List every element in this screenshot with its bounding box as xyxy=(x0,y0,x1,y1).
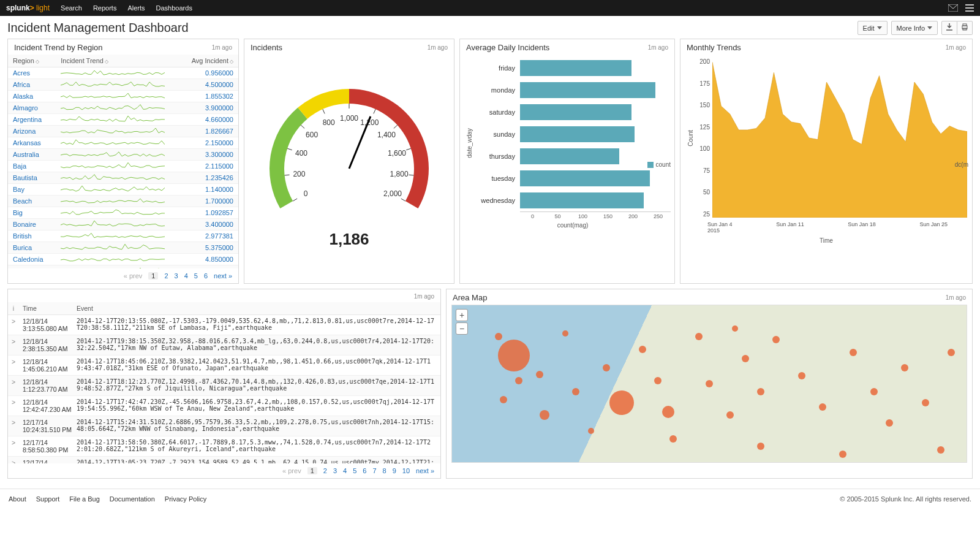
map-marker[interactable] xyxy=(819,403,826,411)
col-time[interactable]: Time xyxy=(19,302,73,315)
table-row[interactable]: > 12/17/14 10:24:31.510 PM 2014-12-17T15… xyxy=(8,416,440,436)
region-link[interactable]: Almagro xyxy=(13,104,38,112)
footer-link[interactable]: File a Bug xyxy=(69,495,100,503)
map-marker[interactable] xyxy=(662,406,674,418)
col-avg[interactable]: Avg Incident◇ xyxy=(181,55,238,67)
menu-icon[interactable] xyxy=(965,4,974,12)
map-marker[interactable] xyxy=(732,325,738,332)
expand-row[interactable]: > xyxy=(8,416,19,436)
table-row[interactable]: > 12/18/14 3:13:55.080 AM 2014-12-17T20:… xyxy=(8,315,440,335)
map-marker[interactable] xyxy=(498,340,530,371)
map-zoom-out[interactable]: − xyxy=(456,322,468,335)
col-region[interactable]: Region◇ xyxy=(8,55,56,67)
map-marker[interactable] xyxy=(654,377,662,384)
pager-page[interactable]: 10 xyxy=(402,467,410,474)
col-trend[interactable]: Incident Trend◇ xyxy=(56,55,181,67)
region-link[interactable]: Acres xyxy=(13,69,30,77)
table-row[interactable]: Arizona 1.826667 xyxy=(8,126,238,137)
footer-link[interactable]: Documentation xyxy=(110,495,155,503)
map-marker[interactable] xyxy=(922,399,929,406)
export-button[interactable] xyxy=(941,21,957,35)
region-link[interactable]: Bautista xyxy=(13,174,37,181)
table-row[interactable]: > 12/17/14 8:58:50.380 PM 2014-12-17T13:… xyxy=(8,436,440,457)
print-button[interactable] xyxy=(957,21,973,35)
expand-row[interactable]: > xyxy=(8,315,19,335)
map-marker[interactable] xyxy=(639,346,646,353)
table-row[interactable]: Big 1.092857 xyxy=(8,207,238,219)
pager-page[interactable]: 7 xyxy=(372,467,376,474)
region-link[interactable]: Beach xyxy=(13,197,32,205)
map-marker[interactable] xyxy=(870,388,878,395)
table-row[interactable]: Bautista 1.235426 xyxy=(8,172,238,184)
map-marker[interactable] xyxy=(798,372,805,379)
region-link[interactable]: Big xyxy=(13,209,23,216)
pager-page[interactable]: 1 xyxy=(307,467,317,474)
map-marker[interactable] xyxy=(695,333,703,340)
region-link[interactable]: Australia xyxy=(13,151,39,158)
map-marker[interactable] xyxy=(757,443,764,450)
map-marker[interactable] xyxy=(948,349,955,356)
table-row[interactable]: Arkansas 2.150000 xyxy=(8,137,238,149)
map-marker[interactable] xyxy=(669,435,677,443)
map-marker[interactable] xyxy=(901,364,908,371)
table-row[interactable]: Australia 3.300000 xyxy=(8,149,238,161)
pager-page[interactable]: 9 xyxy=(393,467,396,474)
table-row[interactable]: Burica 5.375000 xyxy=(8,242,238,254)
edit-button[interactable]: Edit xyxy=(858,21,888,35)
map-marker[interactable] xyxy=(886,419,893,427)
map-marker[interactable] xyxy=(937,446,944,454)
nav-reports[interactable]: Reports xyxy=(93,4,117,12)
region-link[interactable]: Africa xyxy=(13,81,30,88)
pager-next[interactable]: next » xyxy=(416,467,434,474)
map-marker[interactable] xyxy=(536,371,543,378)
expand-row[interactable]: > xyxy=(8,356,19,376)
more-info-button[interactable]: More Info xyxy=(891,21,938,35)
table-row[interactable]: Baja 2.115000 xyxy=(8,161,238,172)
nav-search[interactable]: Search xyxy=(61,4,82,12)
table-row[interactable]: Alaska 1.855302 xyxy=(8,91,238,102)
col-event[interactable]: Event xyxy=(73,302,440,315)
pager-page[interactable]: 3 xyxy=(175,272,178,280)
map-marker[interactable] xyxy=(850,349,857,356)
pager-prev[interactable]: « prev xyxy=(124,272,143,280)
nav-dashboards[interactable]: Dashboards xyxy=(156,4,192,12)
footer-link[interactable]: Privacy Policy xyxy=(165,495,206,503)
table-row[interactable]: Almagro 3.900000 xyxy=(8,102,238,114)
pager-prev[interactable]: « prev xyxy=(282,467,301,474)
map-marker[interactable] xyxy=(588,428,594,434)
table-row[interactable]: Bonaire 3.400000 xyxy=(8,219,238,230)
map-marker[interactable] xyxy=(500,396,507,403)
map-marker[interactable] xyxy=(772,336,780,343)
table-row[interactable]: Africa 4.500000 xyxy=(8,79,238,91)
region-link[interactable]: Bonaire xyxy=(13,221,36,228)
map-marker[interactable] xyxy=(742,355,749,362)
map-marker[interactable] xyxy=(603,364,610,371)
map-marker[interactable] xyxy=(495,333,502,340)
region-link[interactable]: Argentina xyxy=(13,116,42,123)
pager-page[interactable]: 5 xyxy=(353,467,356,474)
map-marker[interactable] xyxy=(515,377,522,384)
region-link[interactable]: Arkansas xyxy=(13,139,41,147)
pager-page[interactable]: 5 xyxy=(194,272,198,280)
table-row[interactable]: Acres 0.956000 xyxy=(8,67,238,79)
map-marker[interactable] xyxy=(572,388,579,395)
map-marker[interactable] xyxy=(839,451,846,458)
region-link[interactable]: British xyxy=(13,232,32,240)
table-row[interactable]: > 12/18/14 12:42:47.230 AM 2014-12-17T17… xyxy=(8,396,440,416)
table-row[interactable]: > 12/18/14 1:12:23.770 AM 2014-12-17T18:… xyxy=(8,376,440,396)
nav-alerts[interactable]: Alerts xyxy=(127,4,145,12)
region-link[interactable]: Burica xyxy=(13,244,32,251)
expand-row[interactable]: > xyxy=(8,335,19,356)
expand-row[interactable]: > xyxy=(8,396,19,416)
map-marker[interactable] xyxy=(540,410,549,420)
table-row[interactable]: Argentina 4.660000 xyxy=(8,114,238,126)
map-marker[interactable] xyxy=(757,388,764,395)
pager-next[interactable]: next » xyxy=(214,272,232,280)
region-link[interactable]: Baja xyxy=(13,162,26,170)
pager-page[interactable]: 6 xyxy=(363,467,366,474)
pager-page[interactable]: 3 xyxy=(333,467,337,474)
table-row[interactable]: Beach 1.700000 xyxy=(8,196,238,207)
map[interactable]: + − xyxy=(451,305,967,463)
table-row[interactable]: > 12/18/14 1:45:06.210 AM 2014-12-17T18:… xyxy=(8,356,440,376)
table-row[interactable]: > 12/17/14 8:05:23.720 PM 2014-12-17T13:… xyxy=(8,457,440,464)
